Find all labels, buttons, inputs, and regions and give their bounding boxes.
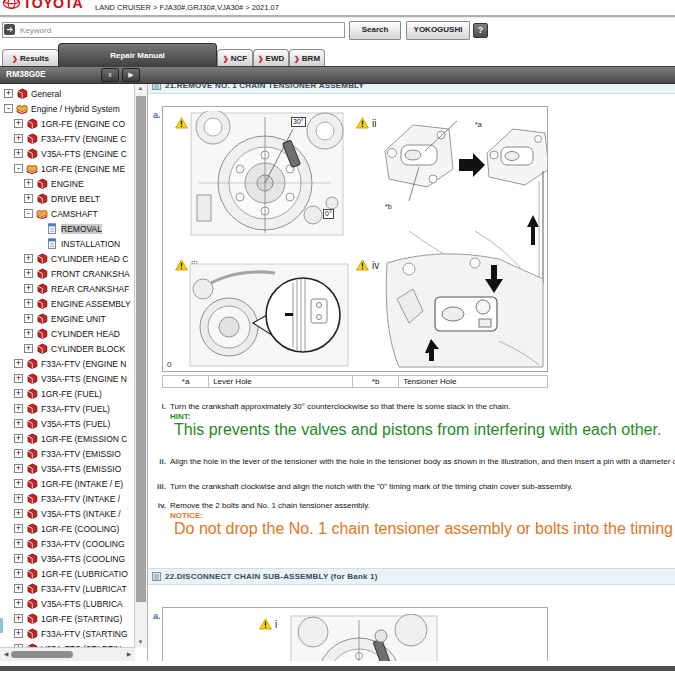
sidebar-item-rear-crankshaf[interactable]: + REAR CRANKSHAF [0, 281, 135, 296]
sidebar-item-v35a-fts-fuel[interactable]: + V35A-FTS (FUEL) [0, 416, 135, 431]
expand-toggle-icon[interactable]: - [14, 164, 23, 173]
dock-strip [0, 618, 3, 633]
search-input[interactable] [2, 22, 345, 38]
expand-toggle-icon[interactable]: + [24, 344, 33, 353]
help-button[interactable]: ? [473, 23, 488, 38]
sidebar-item-1gr-fe-intake-e[interactable]: + 1GR-FE (INTAKE / E) [0, 476, 135, 491]
expand-toggle-icon[interactable]: + [14, 584, 23, 593]
expand-toggle-icon[interactable]: + [24, 299, 33, 308]
tab-repair-manual[interactable]: Repair Manual [58, 43, 217, 67]
expand-toggle-icon[interactable]: + [14, 569, 23, 578]
sidebar-item-f33a-ftv-engine-c[interactable]: + F33A-FTV (ENGINE C [0, 131, 135, 146]
book-closed-icon [36, 253, 48, 264]
scroll-left-icon[interactable]: ◀ [1, 649, 11, 660]
tab-results[interactable]: ❯ Results [2, 49, 59, 67]
sidebar-item-front-cranksha[interactable]: + FRONT CRANKSHA [0, 266, 135, 281]
sidebar-item-f33a-ftv-intake[interactable]: + F33A-FTV (INTAKE / [0, 491, 135, 506]
sidebar-item-cylinder-head-c[interactable]: + CYLINDER HEAD C [0, 251, 135, 266]
sidebar-item-f33a-ftv-fuel[interactable]: + F33A-FTV (FUEL) [0, 401, 135, 416]
sidebar-item-engine-hybrid-system[interactable]: - Engine / Hybrid System [0, 101, 135, 116]
sidebar-item-1gr-fe-engine-co[interactable]: + 1GR-FE (ENGINE CO [0, 116, 135, 131]
sidebar-item-engine[interactable]: + ENGINE [0, 176, 135, 191]
expand-toggle-icon[interactable]: + [24, 329, 33, 338]
sidebar-item-f33a-ftv-starting[interactable]: + F33A-FTV (STARTING [0, 626, 135, 641]
expand-toggle-icon[interactable]: + [14, 599, 23, 608]
expand-toggle-icon[interactable]: + [14, 464, 23, 473]
expand-toggle-icon[interactable]: + [4, 89, 13, 98]
expand-toggle-icon[interactable]: + [14, 614, 23, 623]
sidebar-item-camshaft[interactable]: - CAMSHAFT [0, 206, 135, 221]
expand-toggle-icon[interactable]: + [14, 524, 23, 533]
book-closed-icon [26, 628, 38, 639]
expand-toggle-icon[interactable]: + [24, 194, 33, 203]
sidebar-item-cylinder-head[interactable]: + CYLINDER HEAD [0, 326, 135, 341]
expand-toggle-icon[interactable]: + [24, 269, 33, 278]
sidebar-item-cylinder-block[interactable]: + CYLINDER BLOCK [0, 341, 135, 356]
expand-toggle-icon[interactable]: + [14, 539, 23, 548]
close-document-button[interactable]: x [101, 68, 119, 82]
sidebar-item-v35a-fts-cooling[interactable]: + V35A-FTS (COOLING [0, 551, 135, 566]
sidebar-item-v35a-fts-emissio[interactable]: + V35A-FTS (EMISSIO [0, 461, 135, 476]
tab-ewd[interactable]: ❯ EWD [253, 49, 289, 67]
expand-toggle-icon[interactable]: + [14, 404, 23, 413]
sidebar-item-1gr-fe-lubricatio[interactable]: + 1GR-FE (LUBRICATIO [0, 566, 135, 581]
sidebar-item-engine-unit[interactable]: + ENGINE UNIT [0, 311, 135, 326]
toyota-emblem-icon [3, 0, 20, 9]
expand-toggle-icon[interactable]: + [14, 434, 23, 443]
expand-toggle-icon[interactable]: + [14, 374, 23, 383]
expand-toggle-icon[interactable]: + [14, 629, 23, 638]
search-button[interactable]: Search [349, 21, 401, 40]
expand-toggle-icon[interactable]: + [24, 284, 33, 293]
sidebar-item-f33a-ftv-lubricat[interactable]: + F33A-FTV (LUBRICAT [0, 581, 135, 596]
sidebar-item-f33a-ftv-emissio[interactable]: + F33A-FTV (EMISSIO [0, 446, 135, 461]
sidebar-item-engine-assembly[interactable]: + ENGINE ASSEMBLY [0, 296, 135, 311]
step-letter: a. [153, 110, 161, 120]
horizontal-scroll-thumb[interactable] [11, 651, 73, 658]
sidebar-horizontal-scrollbar[interactable]: ◀ ▶ [0, 647, 135, 661]
expand-toggle-icon[interactable]: + [14, 419, 23, 428]
sidebar-item-installation[interactable]: INSTALLATION [0, 236, 135, 251]
sidebar-item-1gr-fe-emission-c[interactable]: + 1GR-FE (EMISSION C [0, 431, 135, 446]
expand-toggle-icon[interactable]: + [14, 359, 23, 368]
expand-toggle-icon[interactable]: + [14, 494, 23, 503]
sidebar-item-v35a-fts-intake[interactable]: + V35A-FTS (INTAKE / [0, 506, 135, 521]
sidebar-item-v35a-fts-engine-n[interactable]: + V35A-FTS (ENGINE N [0, 371, 135, 386]
sidebar-item-v35a-fts-engine-c[interactable]: + V35A-FTS (ENGINE C [0, 146, 135, 161]
expand-toggle-icon[interactable]: + [24, 314, 33, 323]
sidebar-item-1gr-fe-cooling[interactable]: + 1GR-FE (COOLING) [0, 521, 135, 536]
expand-toggle-icon[interactable]: + [24, 254, 33, 263]
sidebar-item-general[interactable]: + General [0, 86, 135, 101]
expand-toggle-icon[interactable]: - [24, 209, 33, 218]
scroll-right-icon[interactable]: ▶ [124, 649, 134, 660]
sidebar-item-f33a-ftv-engine-n[interactable]: + F33A-FTV (ENGINE N [0, 356, 135, 371]
tab-ncf[interactable]: ❯ NCF [217, 49, 253, 67]
user-button[interactable]: YOKOGUSHI [406, 21, 470, 40]
sidebar-item-drive-belt[interactable]: + DRIVE BELT [0, 191, 135, 206]
sidebar-item-f33a-ftv-cooling[interactable]: + F33A-FTV (COOLING [0, 536, 135, 551]
scroll-up-icon[interactable]: ▲ [135, 83, 146, 94]
vertical-scroll-thumb[interactable] [136, 96, 146, 602]
expand-toggle-icon[interactable]: + [14, 119, 23, 128]
sidebar-item-1gr-fe-engine-me[interactable]: - 1GR-FE (ENGINE ME [0, 161, 135, 176]
expand-toggle-icon[interactable]: + [14, 554, 23, 563]
expand-toggle-icon[interactable]: + [14, 134, 23, 143]
sidebar-item-v35a-fts-lubrica[interactable]: + V35A-FTS (LUBRICA [0, 596, 135, 611]
expand-toggle-icon[interactable]: + [14, 149, 23, 158]
expand-toggle-icon[interactable]: + [24, 179, 33, 188]
tab-brm[interactable]: ❯ BRM [289, 49, 325, 67]
scroll-down-icon[interactable]: ▼ [135, 637, 146, 648]
sidebar-vertical-scrollbar[interactable]: ▲ ▼ [134, 83, 147, 648]
expand-toggle-icon[interactable]: + [14, 509, 23, 518]
sidebar-item-1gr-fe-fuel[interactable]: + 1GR-FE (FUEL) [0, 386, 135, 401]
tab-label: NCF [231, 54, 247, 63]
expand-toggle-icon[interactable]: + [14, 389, 23, 398]
section-heading-22[interactable]: 22.DISCONNECT CHAIN SUB-ASSEMBLY (for Ba… [148, 568, 675, 585]
sidebar-item-removal[interactable]: REMOVAL [0, 221, 135, 236]
section-heading-21[interactable]: 21.REMOVE NO. 1 CHAIN TENSIONER ASSEMBLY [148, 83, 675, 94]
expand-toggle-icon[interactable]: + [14, 479, 23, 488]
sidebar-item-1gr-fe-starting[interactable]: + 1GR-FE (STARTING) [0, 611, 135, 626]
tree-item-label: F33A-FTV (FUEL) [41, 404, 110, 414]
expand-toggle-icon[interactable]: + [14, 449, 23, 458]
expand-panel-button[interactable]: ▶ [122, 68, 140, 82]
expand-toggle-icon[interactable]: - [4, 104, 13, 113]
